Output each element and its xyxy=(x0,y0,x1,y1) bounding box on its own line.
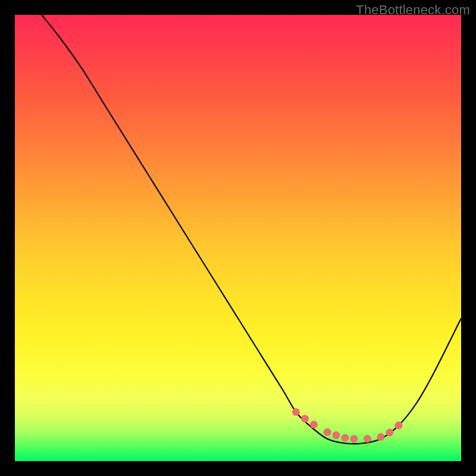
highlight-dot xyxy=(386,429,394,437)
highlight-dot xyxy=(292,408,300,416)
curve-layer xyxy=(15,15,461,461)
highlight-dot xyxy=(324,428,331,436)
highlight-dot xyxy=(333,431,340,439)
highlight-dot xyxy=(310,421,318,428)
bottleneck-curve xyxy=(42,15,461,444)
plot-area xyxy=(15,15,461,461)
highlight-dot xyxy=(350,435,358,443)
chart-frame: TheBottleneck.com xyxy=(0,0,476,476)
highlight-dot xyxy=(364,435,371,443)
highlight-dot xyxy=(301,415,309,422)
highlight-dot xyxy=(377,433,385,441)
highlight-dot xyxy=(342,434,349,442)
highlight-dot xyxy=(395,422,403,430)
